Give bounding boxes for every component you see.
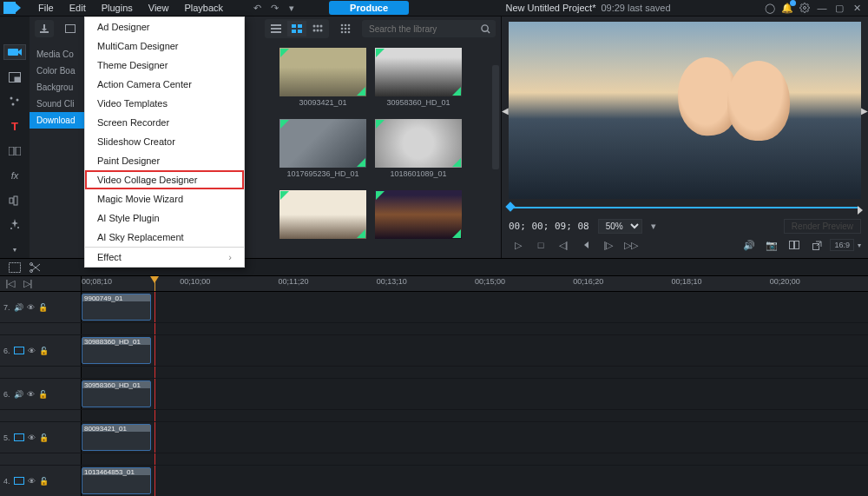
search-input[interactable] xyxy=(367,23,481,35)
render-preview-button[interactable]: Render Preview xyxy=(784,219,861,234)
produce-button[interactable]: Produce xyxy=(329,1,409,15)
track-lane[interactable]: 80093421_01 xyxy=(82,422,868,453)
close-icon[interactable]: ✕ xyxy=(849,1,865,15)
room-audio-icon[interactable] xyxy=(3,193,26,208)
lock-icon[interactable]: 🔓 xyxy=(38,390,48,399)
plugins-menu-item[interactable]: Video Templates xyxy=(85,94,244,113)
view-detail-icon[interactable] xyxy=(308,21,327,36)
lock-icon[interactable]: 🔓 xyxy=(38,303,48,312)
menu-plugins[interactable]: Plugins xyxy=(95,0,140,16)
room-media-icon[interactable] xyxy=(3,44,26,60)
media-thumbnail[interactable]: 30958360_HD_01 xyxy=(375,48,462,107)
library-scrollbar[interactable] xyxy=(491,65,500,256)
plugins-menu-item[interactable]: Magic Movie Wizard xyxy=(85,189,244,208)
play-button[interactable]: ▷ xyxy=(509,237,528,253)
preview-prev-icon[interactable]: ◀ xyxy=(502,106,509,116)
plugins-menu-item[interactable]: Action Camera Center xyxy=(85,75,244,94)
track-lane[interactable]: 1013464853_01 xyxy=(82,466,868,496)
plugins-menu-item[interactable]: Theme Designer xyxy=(85,56,244,75)
media-thumbnail[interactable]: 1018601089_01 xyxy=(375,119,462,178)
timeline-clip[interactable]: 30988360_HD_01 xyxy=(82,337,151,364)
timeline-ruler[interactable]: 00;08;1000;10;0000;11;2000;13;1000;15;00… xyxy=(82,276,868,291)
track-header[interactable]: 6.👁🔓 xyxy=(0,335,82,366)
tool-cut-icon[interactable] xyxy=(30,262,42,273)
plugins-menu-item[interactable]: AI Sky Replacement xyxy=(85,228,244,247)
track-header[interactable]: 6.🔊👁🔓 xyxy=(0,379,82,409)
timeline-clip[interactable]: 80093421_01 xyxy=(82,424,151,451)
plugins-menu-item[interactable]: Effect› xyxy=(85,247,244,267)
media-thumbnail[interactable] xyxy=(375,190,462,241)
zoom-select[interactable]: 50% xyxy=(598,219,642,234)
timeline-go-end-icon[interactable]: ▷| xyxy=(21,278,35,290)
media-thumbnail[interactable]: 30093421_01 xyxy=(279,48,366,107)
prev-frame-button[interactable]: ◁| xyxy=(554,237,573,253)
view-grid-icon[interactable] xyxy=(287,21,306,36)
preview-viewport[interactable]: ◀ ▶ xyxy=(509,22,861,199)
lock-icon[interactable]: 🔓 xyxy=(39,477,49,486)
track-lane[interactable]: 30988360_HD_01 xyxy=(82,335,868,366)
visibility-icon[interactable]: 👁 xyxy=(27,390,35,399)
aspect-ratio-display[interactable]: 16:9 xyxy=(830,239,854,251)
menu-playback[interactable]: Playback xyxy=(177,0,230,16)
lock-icon[interactable]: 🔓 xyxy=(39,433,49,442)
redo-icon[interactable]: ↷ xyxy=(266,1,282,15)
room-voice-icon[interactable] xyxy=(3,217,26,233)
fast-fwd-button[interactable]: ▷▷ xyxy=(621,237,641,253)
settings-icon[interactable] xyxy=(797,1,812,15)
media-thumbnail[interactable] xyxy=(279,190,366,241)
dropdown-icon[interactable]: ▾ xyxy=(284,1,299,15)
plugins-menu-item[interactable]: Ad Designer xyxy=(85,17,244,36)
plugins-menu-item[interactable]: Slideshow Creator xyxy=(85,132,244,151)
menu-view[interactable]: View xyxy=(141,0,176,16)
popout-icon[interactable] xyxy=(807,237,826,253)
track-header[interactable]: 7.🔊👁🔓 xyxy=(0,292,82,322)
plugins-menu-item[interactable]: Screen Recorder xyxy=(85,113,244,132)
room-fx-icon[interactable]: fx xyxy=(3,168,26,183)
track-lane[interactable]: 30958360_HD_01 xyxy=(82,379,868,409)
visibility-icon[interactable]: 👁 xyxy=(28,347,36,355)
search-icon[interactable] xyxy=(481,24,490,34)
step-back-button[interactable] xyxy=(576,237,595,253)
import-button[interactable] xyxy=(35,20,54,37)
timeline-clip[interactable]: 1013464853_01 xyxy=(82,467,151,494)
preview-scrubber[interactable] xyxy=(510,202,859,213)
undo-icon[interactable]: ↶ xyxy=(249,1,265,15)
maximize-icon[interactable]: ▢ xyxy=(832,1,847,15)
track-header[interactable]: 5.👁🔓 xyxy=(0,422,82,453)
menu-file[interactable]: File xyxy=(31,0,61,16)
aspect-dropdown-icon[interactable]: ▾ xyxy=(858,241,861,249)
room-pip-icon[interactable] xyxy=(3,69,26,84)
plugins-menu-item[interactable]: Paint Designer xyxy=(85,151,244,170)
lock-icon[interactable]: 🔓 xyxy=(39,347,49,355)
next-frame-button[interactable]: |▷ xyxy=(599,237,618,253)
timeline-go-start-icon[interactable]: |◁ xyxy=(3,278,17,290)
visibility-icon[interactable]: 👁 xyxy=(28,477,36,486)
snapshot-icon[interactable]: 📷 xyxy=(762,237,781,253)
timeline-clip[interactable]: 30958360_HD_01 xyxy=(82,380,151,407)
notification-icon[interactable]: 🔔 xyxy=(779,1,795,15)
room-particle-icon[interactable] xyxy=(3,94,26,109)
view-list-icon[interactable] xyxy=(266,21,286,36)
volume-icon[interactable]: 🔊 xyxy=(740,237,759,253)
stop-button[interactable]: □ xyxy=(531,237,550,253)
room-more-icon[interactable]: ▼ xyxy=(3,242,26,258)
visibility-icon[interactable]: 👁 xyxy=(28,433,36,442)
media-thumbnail[interactable]: 1017695236_HD_01 xyxy=(279,119,366,178)
tool-selection-icon[interactable] xyxy=(9,262,21,273)
timeline-clip[interactable]: 9900749_01 xyxy=(82,294,151,321)
filter-button[interactable] xyxy=(336,20,355,37)
dual-preview-icon[interactable] xyxy=(785,237,804,253)
capture-button[interactable] xyxy=(61,20,80,37)
track-header[interactable]: 4.👁🔓 xyxy=(0,466,82,496)
minimize-icon[interactable]: — xyxy=(814,1,830,15)
plugins-menu-item[interactable]: Video Collage Designer xyxy=(85,170,244,189)
plugins-menu-item[interactable]: AI Style Plugin xyxy=(85,208,244,228)
preview-next-icon[interactable]: ▶ xyxy=(861,106,868,116)
track-lane[interactable]: 9900749_01 xyxy=(82,292,868,322)
zoom-dropdown-icon[interactable]: ▾ xyxy=(651,221,656,232)
menu-edit[interactable]: Edit xyxy=(62,0,93,16)
account-icon[interactable]: ◯ xyxy=(762,1,778,15)
plugins-menu-item[interactable]: MultiCam Designer xyxy=(85,36,244,56)
visibility-icon[interactable]: 👁 xyxy=(27,303,35,312)
room-title-icon[interactable]: T xyxy=(3,118,26,134)
